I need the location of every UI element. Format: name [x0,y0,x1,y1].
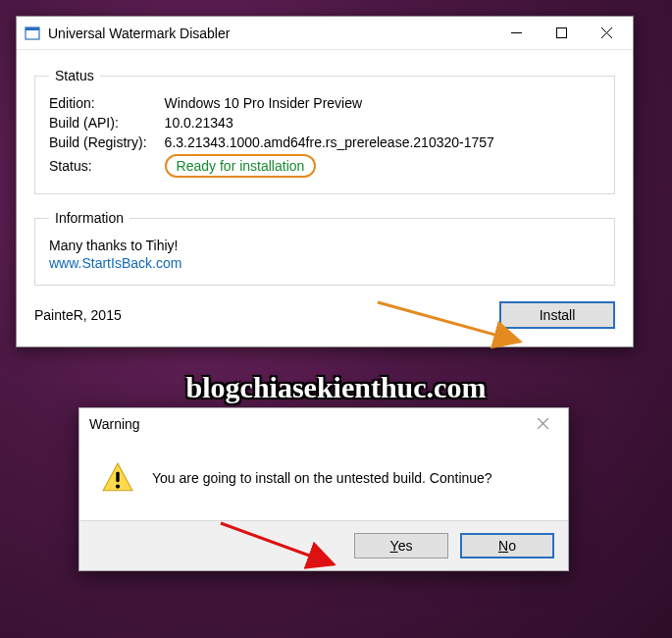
row-build-registry: Build (Registry): 6.3.21343.1000.amd64fr… [49,133,494,152]
dialog-titlebar: Warning [79,408,568,440]
dialog-title: Warning [89,416,523,432]
status-value-cell: Ready for installation [165,152,494,180]
build-api-key: Build (API): [49,113,165,133]
dialog-button-row: Yes No [79,520,568,570]
install-button[interactable]: Install [499,301,615,329]
build-registry-key: Build (Registry): [49,133,165,152]
footer-row: PainteR, 2015 Install [34,301,615,329]
dialog-close-button[interactable] [523,416,562,432]
information-legend: Information [49,210,129,226]
build-registry-value: 6.3.21343.1000.amd64fre.rs_prerelease.21… [165,133,494,152]
edition-value: Windows 10 Pro Insider Preview [165,93,494,113]
no-button[interactable]: No [460,533,554,558]
minimize-button[interactable] [493,18,539,49]
window-body: Status Edition: Windows 10 Pro Insider P… [17,50,633,346]
yes-button-label: Yes [390,538,413,554]
warning-icon [101,461,134,495]
svg-rect-1 [26,27,39,30]
status-legend: Status [49,68,100,83]
svg-rect-9 [116,472,119,483]
credit-text: PainteR, 2015 [34,307,122,323]
window-title: Universal Watermark Disabler [48,26,493,41]
thanks-text: Many thanks to Tihiy! [49,238,600,253]
information-group: Information Many thanks to Tihiy! www.St… [34,210,615,286]
status-highlight: Ready for installation [165,154,317,178]
svg-point-10 [116,484,120,488]
edition-key: Edition: [49,93,165,113]
no-button-label: No [498,538,516,554]
status-group: Status Edition: Windows 10 Pro Insider P… [34,68,615,194]
row-build-api: Build (API): 10.0.21343 [49,113,494,133]
status-value: Ready for installation [177,158,305,174]
install-button-label: Install [540,307,576,323]
warning-dialog: Warning You are going to install on the … [78,407,569,571]
row-status: Status: Ready for installation [49,152,494,180]
row-edition: Edition: Windows 10 Pro Insider Preview [49,93,494,113]
watermark-overlay: blogchiasekienthuc.com [0,371,672,404]
dialog-message: You are going to install on the untested… [152,470,492,486]
build-api-value: 10.0.21343 [165,113,494,133]
app-icon [25,26,40,41]
status-table: Edition: Windows 10 Pro Insider Preview … [49,93,494,180]
close-button[interactable] [584,18,629,49]
svg-rect-3 [556,28,566,38]
status-key: Status: [49,152,165,180]
maximize-button[interactable] [539,18,584,49]
dialog-body: You are going to install on the untested… [79,440,568,520]
yes-button[interactable]: Yes [354,533,448,558]
main-window: Universal Watermark Disabler Status Edit… [16,16,634,347]
startisback-link[interactable]: www.StartIsBack.com [49,255,181,271]
titlebar: Universal Watermark Disabler [17,17,633,50]
